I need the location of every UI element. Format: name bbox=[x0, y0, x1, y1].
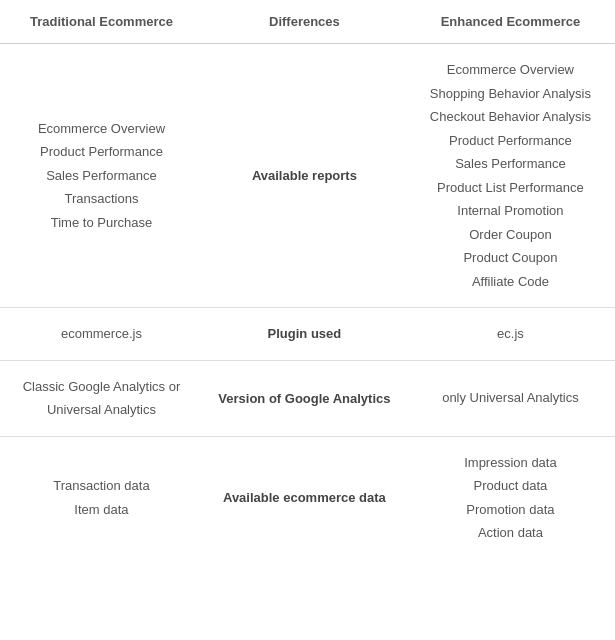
header-enhanced: Enhanced Ecommerce bbox=[406, 0, 615, 44]
list-item: Impression data bbox=[464, 453, 557, 473]
traditional-cell: Ecommerce OverviewProduct PerformanceSal… bbox=[0, 44, 203, 308]
enhanced-cell: ec.js bbox=[406, 308, 615, 361]
list-item: Product Performance bbox=[40, 142, 163, 162]
differences-cell: Available reports bbox=[203, 44, 406, 308]
table-row: Classic Google Analytics orUniversal Ana… bbox=[0, 360, 615, 436]
list-item: Sales Performance bbox=[455, 154, 566, 174]
table-header-row: Traditional Ecommerce Differences Enhanc… bbox=[0, 0, 615, 44]
differences-cell: Plugin used bbox=[203, 308, 406, 361]
list-item: Ecommerce Overview bbox=[38, 119, 165, 139]
list-item: Transaction data bbox=[53, 476, 149, 496]
comparison-table: Traditional Ecommerce Differences Enhanc… bbox=[0, 0, 615, 559]
table-row: ecommerce.jsPlugin usedec.js bbox=[0, 308, 615, 361]
list-item: Product Performance bbox=[449, 131, 572, 151]
enhanced-cell: Impression dataProduct dataPromotion dat… bbox=[406, 436, 615, 559]
list-item: ec.js bbox=[497, 324, 524, 344]
list-item: ecommerce.js bbox=[61, 324, 142, 344]
list-item: Action data bbox=[478, 523, 543, 543]
header-traditional: Traditional Ecommerce bbox=[0, 0, 203, 44]
traditional-cell: Classic Google Analytics orUniversal Ana… bbox=[0, 360, 203, 436]
list-item: Product List Performance bbox=[437, 178, 584, 198]
enhanced-cell: Ecommerce OverviewShopping Behavior Anal… bbox=[406, 44, 615, 308]
list-item: Ecommerce Overview bbox=[447, 60, 574, 80]
table-row: Ecommerce OverviewProduct PerformanceSal… bbox=[0, 44, 615, 308]
list-item: Product Coupon bbox=[463, 248, 557, 268]
list-item: Product data bbox=[474, 476, 548, 496]
list-item: Classic Google Analytics or bbox=[23, 377, 181, 397]
list-item: Time to Purchase bbox=[51, 213, 152, 233]
list-item: Sales Performance bbox=[46, 166, 157, 186]
list-item: Item data bbox=[74, 500, 128, 520]
traditional-cell: ecommerce.js bbox=[0, 308, 203, 361]
differences-cell: Available ecommerce data bbox=[203, 436, 406, 559]
table-row: Transaction dataItem dataAvailable ecomm… bbox=[0, 436, 615, 559]
list-item: Universal Analytics bbox=[47, 400, 156, 420]
traditional-cell: Transaction dataItem data bbox=[0, 436, 203, 559]
list-item: Shopping Behavior Analysis bbox=[430, 84, 591, 104]
list-item: Internal Promotion bbox=[457, 201, 563, 221]
list-item: Affiliate Code bbox=[472, 272, 549, 292]
list-item: Order Coupon bbox=[469, 225, 551, 245]
enhanced-cell: only Universal Analytics bbox=[406, 360, 615, 436]
list-item: Checkout Behavior Analysis bbox=[430, 107, 591, 127]
list-item: Promotion data bbox=[466, 500, 554, 520]
list-item: Transactions bbox=[65, 189, 139, 209]
list-item: only Universal Analytics bbox=[442, 388, 579, 408]
differences-cell: Version of Google Analytics bbox=[203, 360, 406, 436]
header-differences: Differences bbox=[203, 0, 406, 44]
